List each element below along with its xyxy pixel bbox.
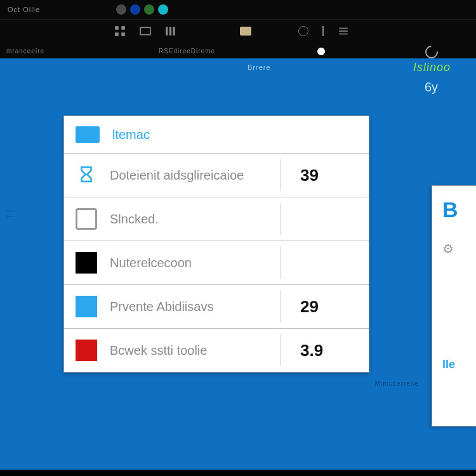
color-swatch-icon — [76, 340, 97, 361]
list-item-label: Prvente Abidiisavs — [110, 300, 278, 314]
footer-caption: Miniccerrene — [375, 380, 419, 387]
hourglass-icon — [76, 164, 97, 186]
desktop-right-label: Islinoo — [413, 61, 451, 74]
divider — [281, 247, 281, 279]
tray-icon[interactable] — [158, 4, 168, 15]
panel-header[interactable]: ltemac — [64, 116, 369, 154]
color-swatch-icon — [76, 252, 97, 274]
divider — [281, 291, 281, 322]
panel-title: ltemac — [112, 128, 150, 142]
tray-icon[interactable] — [130, 4, 140, 15]
svg-rect-2 — [115, 32, 119, 36]
svg-rect-0 — [115, 26, 119, 30]
folder-icon[interactable] — [240, 27, 251, 36]
list-item-label: Nuterelcecoon — [110, 256, 278, 270]
tray-icon[interactable] — [116, 4, 126, 15]
divider — [281, 203, 281, 235]
list-item[interactable]: Prvente Abidiisavs 29 — [64, 285, 369, 329]
side-card[interactable]: B ⚙ lle — [432, 185, 476, 426]
list-item[interactable]: Doteienit aidsglireicaioe 39 — [64, 154, 369, 197]
grid-icon[interactable] — [114, 25, 126, 37]
gear-icon[interactable]: ⚙ — [442, 241, 476, 256]
label-strip: mranceeire RSEdireeDireme — [0, 43, 476, 60]
circle-icon[interactable] — [298, 26, 308, 36]
list-item-value: 29 — [284, 297, 357, 317]
viewport: Oct Oille mranceeire RSEdireeDireme — [0, 0, 476, 476]
svg-rect-5 — [166, 27, 168, 36]
svg-rect-6 — [169, 27, 171, 36]
window-bottom-edge — [0, 470, 476, 476]
checkbox-icon[interactable] — [76, 208, 97, 230]
bar-icon[interactable] — [322, 26, 324, 36]
record-indicator-icon[interactable] — [317, 48, 325, 55]
svg-rect-7 — [173, 27, 175, 36]
strip-label-left: mranceeire — [6, 48, 121, 55]
columns-icon[interactable] — [165, 25, 176, 37]
window-title: Oct Oille — [8, 6, 40, 13]
settings-panel: ltemac Doteienit aidsglireicaioe 39 Slnc… — [63, 116, 369, 373]
menu-icon[interactable] — [338, 25, 349, 37]
tray-icon[interactable] — [144, 4, 154, 15]
title-bar: Oct Oille — [0, 0, 476, 20]
list-item-value: 39 — [284, 166, 357, 185]
desktop-right-value: 6y — [425, 80, 438, 95]
strip-label-mid: RSEdireeDireme — [159, 48, 215, 55]
system-tray — [116, 4, 168, 15]
toolbar — [0, 20, 476, 43]
side-card-bottom-label: lle — [442, 358, 476, 371]
list-item[interactable]: Bcwek sstti toolie 3.9 — [64, 329, 369, 372]
svg-rect-1 — [121, 26, 125, 30]
list-item[interactable]: Nuterelcecoon — [64, 241, 369, 285]
list-item[interactable]: Slncked. — [64, 197, 369, 241]
svg-rect-3 — [121, 32, 125, 36]
header-swatch-icon — [76, 126, 100, 143]
ruler-tick — [6, 216, 15, 216]
list-item-label: Doteienit aidsglireicaioe — [110, 168, 278, 183]
svg-rect-4 — [140, 27, 150, 34]
card-icon[interactable] — [140, 25, 151, 37]
ruler-tick — [6, 211, 15, 211]
desktop-area: Brrere Islinoo 6y ltemac Doteienit aidsg… — [0, 58, 476, 476]
list-item-label: Slncked. — [110, 212, 278, 227]
color-swatch-icon — [76, 296, 97, 317]
divider — [281, 334, 281, 366]
list-item-value: 3.9 — [284, 341, 357, 360]
desktop-caption: Brrere — [248, 63, 271, 71]
side-card-letter: B — [442, 197, 476, 222]
list-item-label: Bcwek sstti toolie — [110, 343, 278, 358]
divider — [281, 159, 281, 191]
